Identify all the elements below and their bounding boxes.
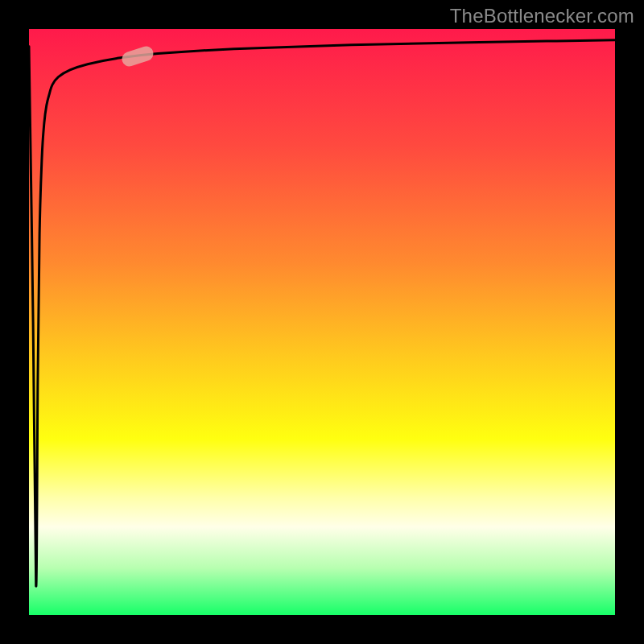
plot-area — [29, 29, 615, 615]
gradient-background — [29, 29, 615, 615]
attribution-link[interactable]: TheBottlenecker.com — [450, 5, 634, 27]
plot-svg — [29, 29, 615, 615]
chart-container: TheBottlenecker.com — [0, 0, 644, 644]
